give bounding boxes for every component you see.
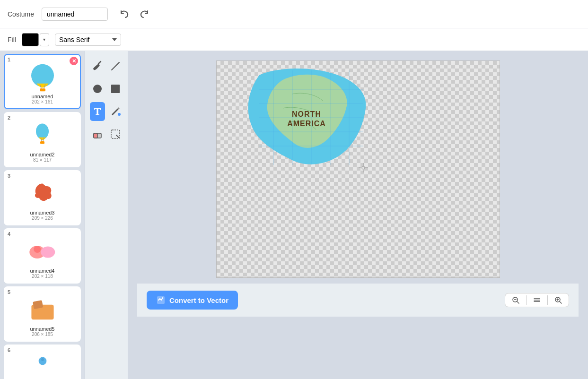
costume-name-label-5: unnamed5 — [30, 326, 55, 332]
costume-name-label-3: unnamed3 — [30, 210, 55, 215]
costume-thumb-6 — [24, 354, 61, 379]
svg-point-0 — [31, 64, 54, 87]
top-toolbar: Costume — [0, 0, 588, 28]
undo-redo-group — [115, 7, 153, 21]
costume-number-3: 3 — [8, 173, 10, 179]
svg-point-31 — [362, 166, 365, 169]
svg-rect-1 — [40, 88, 45, 91]
costume-size-label-5: 206 × 185 — [32, 332, 53, 337]
zoom-fit-icon — [533, 296, 541, 304]
fill-color-group: ▾ — [22, 33, 49, 46]
line-tool[interactable] — [108, 57, 123, 76]
costume-thumb-4 — [24, 238, 61, 266]
svg-line-46 — [560, 301, 562, 303]
costume-name-label-2: unnamed2 — [30, 152, 55, 157]
costume-size-label-1: 202 × 161 — [32, 99, 53, 104]
costume-number-6: 6 — [8, 347, 10, 353]
crosshair-cursor — [358, 162, 369, 176]
fill-tool[interactable] — [108, 102, 123, 121]
costume-item-3[interactable]: 3 ✕ unnamed3 209 × 226 — [4, 170, 81, 225]
circle-tool[interactable] — [90, 79, 105, 98]
costume-number-4: 4 — [8, 231, 10, 237]
costume-number-1: 1 — [8, 57, 10, 62]
font-select[interactable]: Sans Serif Serif Handwriting Marker Curl… — [55, 34, 121, 46]
brush-tool[interactable] — [90, 57, 105, 76]
costume-sidebar: 1 ✕ unnamed 202 × 161 2 ✕ — [0, 51, 85, 379]
zoom-fit-button[interactable] — [530, 295, 544, 305]
main-area: 1 ✕ unnamed 202 × 161 2 ✕ — [0, 51, 588, 379]
costume-item-1[interactable]: 1 ✕ unnamed 202 × 161 — [4, 54, 81, 109]
costume-label: Costume — [8, 10, 34, 18]
costume-item-6[interactable]: 6 ✕ unnamed6 110 × 299 — [4, 345, 81, 379]
rectangle-tool[interactable] — [108, 79, 123, 98]
canvas-content: NORTH AMERICA — [217, 61, 500, 277]
costume-name-label-1: unnamed — [32, 94, 53, 99]
zoom-divider-2 — [547, 295, 548, 305]
svg-line-11 — [98, 61, 101, 64]
undo-button[interactable] — [115, 7, 133, 21]
svg-text:NORTH: NORTH — [292, 110, 321, 118]
convert-icon — [156, 295, 166, 305]
zoom-controls — [505, 293, 569, 307]
costume-item-4[interactable]: 4 ✕ unnamed4 202 × 118 — [4, 228, 81, 284]
bottom-bar: Convert to Vector — [137, 284, 579, 317]
fill-color-dropdown[interactable]: ▾ — [40, 33, 49, 46]
tools-panel: T — [85, 51, 128, 379]
canvas-viewport[interactable]: NORTH AMERICA — [216, 60, 500, 278]
redo-button[interactable] — [135, 7, 153, 21]
costume-size-label-3: 209 × 226 — [32, 215, 53, 221]
svg-line-12 — [112, 62, 119, 70]
svg-rect-3 — [40, 141, 44, 144]
fill-label: Fill — [8, 36, 16, 43]
svg-point-5 — [41, 246, 55, 258]
costume-name-input[interactable] — [42, 8, 108, 21]
costume-thumb-2 — [24, 121, 61, 150]
svg-point-6 — [34, 246, 41, 253]
zoom-out-button[interactable] — [509, 295, 522, 305]
svg-rect-14 — [111, 85, 120, 93]
svg-point-13 — [93, 85, 102, 93]
zoom-in-icon — [554, 296, 562, 304]
convert-to-vector-button[interactable]: Convert to Vector — [147, 291, 238, 310]
svg-text:AMERICA: AMERICA — [287, 120, 326, 128]
svg-point-2 — [36, 124, 49, 139]
costume-size-label-2: 81 × 117 — [33, 157, 52, 163]
costume-size-label-4: 202 × 118 — [32, 274, 53, 279]
svg-point-15 — [118, 113, 121, 116]
costume-thumb-5 — [24, 296, 61, 324]
costume-thumb-1 — [24, 63, 61, 92]
costume-thumb-3 — [24, 180, 61, 208]
eraser-tool[interactable] — [90, 125, 105, 144]
tools-row-3: T — [90, 102, 123, 121]
svg-line-39 — [517, 301, 519, 303]
convert-btn-label: Convert to Vector — [169, 296, 228, 304]
tools-row-1 — [90, 57, 123, 76]
costume-item-5[interactable]: 5 ✕ unnamed5 206 × 185 — [4, 286, 81, 342]
costume-name-label-4: unnamed4 — [30, 268, 55, 274]
canvas-area: NORTH AMERICA — [128, 51, 588, 379]
second-toolbar: Fill ▾ Sans Serif Serif Handwriting Mark… — [0, 28, 588, 51]
fill-color-swatch[interactable] — [22, 33, 39, 46]
costume-number-2: 2 — [8, 115, 10, 121]
svg-rect-8 — [33, 300, 43, 309]
select-tool[interactable] — [108, 125, 123, 144]
zoom-in-button[interactable] — [552, 295, 565, 305]
costume-number-5: 5 — [8, 289, 10, 295]
zoom-out-icon — [512, 296, 519, 304]
costume-delete-1[interactable]: ✕ — [70, 57, 78, 65]
svg-point-10 — [41, 358, 44, 361]
text-tool[interactable]: T — [90, 102, 105, 121]
costume-item-2[interactable]: 2 ✕ unnamed2 81 × 117 — [4, 112, 81, 167]
zoom-divider — [526, 295, 527, 305]
tools-row-2 — [90, 79, 123, 98]
tools-row-4 — [90, 125, 123, 144]
svg-rect-17 — [94, 133, 97, 138]
